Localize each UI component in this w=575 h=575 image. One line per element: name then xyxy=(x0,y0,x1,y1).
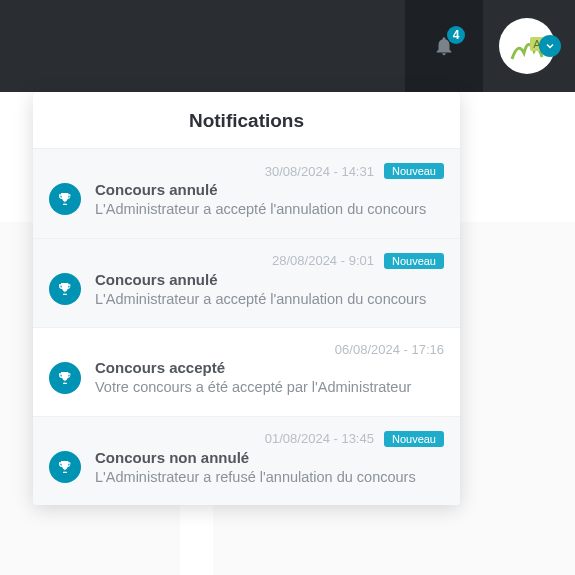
trophy-icon xyxy=(49,183,81,215)
notification-title: Concours annulé xyxy=(95,271,444,288)
notification-body: 06/08/2024 - 17:16Concours acceptéVotre … xyxy=(95,342,444,398)
notification-item[interactable]: 06/08/2024 - 17:16Concours acceptéVotre … xyxy=(33,327,460,416)
notification-meta: 01/08/2024 - 13:45Nouveau xyxy=(95,431,444,447)
notification-time: 30/08/2024 - 14:31 xyxy=(265,164,374,179)
notification-body: 30/08/2024 - 14:31NouveauConcours annulé… xyxy=(95,163,444,220)
notification-meta: 06/08/2024 - 17:16 xyxy=(95,342,444,357)
notification-count-badge: 4 xyxy=(447,26,465,44)
notifications-dropdown: Notifications 30/08/2024 - 14:31NouveauC… xyxy=(33,92,460,505)
notification-title: Concours non annulé xyxy=(95,449,444,466)
notification-desc: L'Administrateur a accepté l'annulation … xyxy=(95,200,444,220)
dropdown-title: Notifications xyxy=(33,92,460,148)
trophy-icon xyxy=(49,451,81,483)
chevron-down-icon xyxy=(539,35,561,57)
new-badge: Nouveau xyxy=(384,163,444,179)
notification-title: Concours annulé xyxy=(95,181,444,198)
notification-time: 01/08/2024 - 13:45 xyxy=(265,431,374,446)
notification-desc: L'Administrateur a refusé l'annulation d… xyxy=(95,468,444,488)
new-badge: Nouveau xyxy=(384,253,444,269)
notification-desc: L'Administrateur a accepté l'annulation … xyxy=(95,290,444,310)
notification-desc: Votre concours a été accepté par l'Admin… xyxy=(95,378,444,398)
notification-item[interactable]: 01/08/2024 - 13:45NouveauConcours non an… xyxy=(33,416,460,506)
trophy-icon xyxy=(49,362,81,394)
trophy-icon xyxy=(49,273,81,305)
notification-time: 28/08/2024 - 9:01 xyxy=(272,253,374,268)
notifications-list: 30/08/2024 - 14:31NouveauConcours annulé… xyxy=(33,148,460,505)
notifications-button[interactable]: 4 xyxy=(405,0,483,92)
notification-item[interactable]: 30/08/2024 - 14:31NouveauConcours annulé… xyxy=(33,148,460,238)
notification-meta: 28/08/2024 - 9:01Nouveau xyxy=(95,253,444,269)
user-menu-button[interactable]: A xyxy=(499,18,555,74)
notification-item[interactable]: 28/08/2024 - 9:01NouveauConcours annuléL… xyxy=(33,238,460,328)
notification-body: 28/08/2024 - 9:01NouveauConcours annuléL… xyxy=(95,253,444,310)
notification-title: Concours accepté xyxy=(95,359,444,376)
notification-body: 01/08/2024 - 13:45NouveauConcours non an… xyxy=(95,431,444,488)
notification-time: 06/08/2024 - 17:16 xyxy=(335,342,444,357)
new-badge: Nouveau xyxy=(384,431,444,447)
notification-meta: 30/08/2024 - 14:31Nouveau xyxy=(95,163,444,179)
top-nav-bar: 4 A xyxy=(0,0,575,92)
